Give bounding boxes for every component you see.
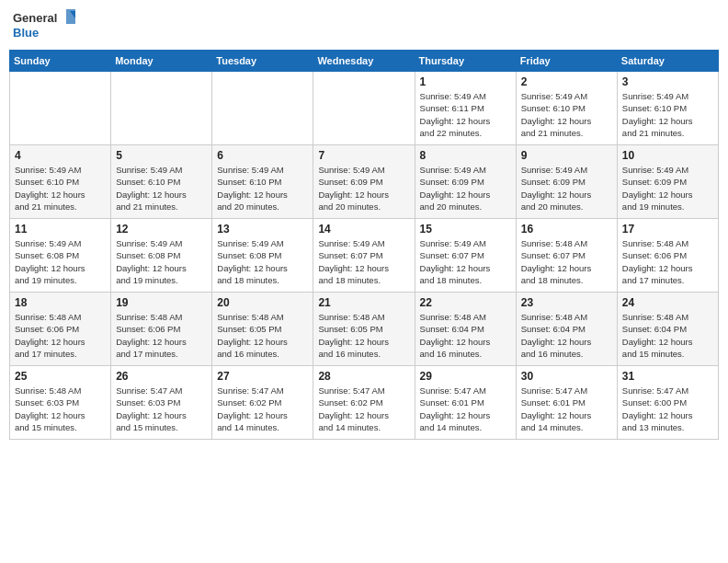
cell-info-text: Sunrise: 5:49 AM Sunset: 6:09 PM Dayligh… xyxy=(622,164,713,213)
header: General Blue xyxy=(9,9,719,42)
cell-info-text: Sunrise: 5:48 AM Sunset: 6:05 PM Dayligh… xyxy=(318,311,409,360)
cell-day-number: 9 xyxy=(521,149,612,162)
cell-info-text: Sunrise: 5:49 AM Sunset: 6:08 PM Dayligh… xyxy=(15,237,106,286)
cell-day-number: 30 xyxy=(521,370,612,383)
cell-day-number: 11 xyxy=(15,223,106,236)
cell-day-number: 10 xyxy=(622,149,713,162)
calendar-cell xyxy=(212,72,313,145)
cell-day-number: 19 xyxy=(116,296,207,309)
cell-day-number: 23 xyxy=(521,296,612,309)
calendar-cell: 13Sunrise: 5:49 AM Sunset: 6:08 PM Dayli… xyxy=(212,219,313,293)
cell-day-number: 4 xyxy=(15,149,106,162)
calendar-cell: 21Sunrise: 5:48 AM Sunset: 6:05 PM Dayli… xyxy=(313,293,415,366)
cell-day-number: 2 xyxy=(521,75,612,88)
calendar-cell: 24Sunrise: 5:48 AM Sunset: 6:04 PM Dayli… xyxy=(617,293,718,366)
calendar-week-row: 25Sunrise: 5:48 AM Sunset: 6:03 PM Dayli… xyxy=(10,366,719,440)
cell-day-number: 3 xyxy=(622,75,713,88)
cell-info-text: Sunrise: 5:48 AM Sunset: 6:06 PM Dayligh… xyxy=(116,311,207,360)
cell-info-text: Sunrise: 5:47 AM Sunset: 6:02 PM Dayligh… xyxy=(217,385,308,433)
svg-text:Blue: Blue xyxy=(13,26,39,40)
cell-day-number: 17 xyxy=(622,223,713,236)
cell-day-number: 12 xyxy=(116,223,207,236)
calendar-cell: 3Sunrise: 5:49 AM Sunset: 6:10 PM Daylig… xyxy=(617,72,718,145)
calendar-cell: 19Sunrise: 5:48 AM Sunset: 6:06 PM Dayli… xyxy=(111,293,212,366)
cell-info-text: Sunrise: 5:49 AM Sunset: 6:07 PM Dayligh… xyxy=(420,237,511,286)
cell-day-number: 16 xyxy=(521,223,612,236)
cell-info-text: Sunrise: 5:47 AM Sunset: 6:03 PM Dayligh… xyxy=(116,385,207,433)
cell-day-number: 31 xyxy=(622,370,713,383)
page: General Blue SundayMondayTuesdayWednesda… xyxy=(0,0,728,563)
weekday-header-cell: Thursday xyxy=(415,51,516,72)
calendar-cell: 6Sunrise: 5:49 AM Sunset: 6:10 PM Daylig… xyxy=(212,145,313,219)
cell-info-text: Sunrise: 5:49 AM Sunset: 6:09 PM Dayligh… xyxy=(420,164,511,213)
cell-day-number: 26 xyxy=(116,370,207,383)
cell-info-text: Sunrise: 5:49 AM Sunset: 6:10 PM Dayligh… xyxy=(15,164,106,213)
weekday-header-cell: Wednesday xyxy=(313,51,415,72)
calendar-week-row: 4Sunrise: 5:49 AM Sunset: 6:10 PM Daylig… xyxy=(10,145,719,219)
cell-info-text: Sunrise: 5:49 AM Sunset: 6:10 PM Dayligh… xyxy=(622,90,713,139)
calendar-cell: 12Sunrise: 5:49 AM Sunset: 6:08 PM Dayli… xyxy=(111,219,212,293)
calendar-cell: 16Sunrise: 5:48 AM Sunset: 6:07 PM Dayli… xyxy=(516,219,617,293)
calendar-cell: 11Sunrise: 5:49 AM Sunset: 6:08 PM Dayli… xyxy=(10,219,111,293)
svg-text:General: General xyxy=(13,11,57,25)
cell-info-text: Sunrise: 5:48 AM Sunset: 6:03 PM Dayligh… xyxy=(15,385,106,433)
cell-info-text: Sunrise: 5:47 AM Sunset: 6:01 PM Dayligh… xyxy=(521,385,612,433)
cell-day-number: 22 xyxy=(420,296,511,309)
calendar-cell: 25Sunrise: 5:48 AM Sunset: 6:03 PM Dayli… xyxy=(10,366,111,440)
calendar-cell: 8Sunrise: 5:49 AM Sunset: 6:09 PM Daylig… xyxy=(415,145,516,219)
weekday-header-cell: Saturday xyxy=(617,51,718,72)
calendar-cell xyxy=(313,72,415,145)
cell-info-text: Sunrise: 5:48 AM Sunset: 6:06 PM Dayligh… xyxy=(622,237,713,286)
calendar-cell: 14Sunrise: 5:49 AM Sunset: 6:07 PM Dayli… xyxy=(313,219,415,293)
calendar-cell: 22Sunrise: 5:48 AM Sunset: 6:04 PM Dayli… xyxy=(415,293,516,366)
calendar-cell: 9Sunrise: 5:49 AM Sunset: 6:09 PM Daylig… xyxy=(516,145,617,219)
cell-day-number: 20 xyxy=(217,296,308,309)
cell-day-number: 21 xyxy=(318,296,409,309)
cell-info-text: Sunrise: 5:48 AM Sunset: 6:04 PM Dayligh… xyxy=(622,311,713,360)
logo-svg: General Blue xyxy=(13,9,77,42)
weekday-header-cell: Tuesday xyxy=(212,51,313,72)
cell-info-text: Sunrise: 5:49 AM Sunset: 6:09 PM Dayligh… xyxy=(318,164,409,213)
weekday-header-cell: Friday xyxy=(516,51,617,72)
calendar-cell: 23Sunrise: 5:48 AM Sunset: 6:04 PM Dayli… xyxy=(516,293,617,366)
calendar-cell: 26Sunrise: 5:47 AM Sunset: 6:03 PM Dayli… xyxy=(111,366,212,440)
cell-info-text: Sunrise: 5:49 AM Sunset: 6:09 PM Dayligh… xyxy=(521,164,612,213)
cell-day-number: 24 xyxy=(622,296,713,309)
cell-day-number: 25 xyxy=(15,370,106,383)
cell-info-text: Sunrise: 5:49 AM Sunset: 6:08 PM Dayligh… xyxy=(116,237,207,286)
calendar-week-row: 11Sunrise: 5:49 AM Sunset: 6:08 PM Dayli… xyxy=(10,219,719,293)
cell-day-number: 27 xyxy=(217,370,308,383)
cell-info-text: Sunrise: 5:49 AM Sunset: 6:07 PM Dayligh… xyxy=(318,237,409,286)
cell-day-number: 5 xyxy=(116,149,207,162)
cell-info-text: Sunrise: 5:49 AM Sunset: 6:11 PM Dayligh… xyxy=(420,90,511,139)
calendar-cell: 17Sunrise: 5:48 AM Sunset: 6:06 PM Dayli… xyxy=(617,219,718,293)
calendar-table: SundayMondayTuesdayWednesdayThursdayFrid… xyxy=(9,50,719,440)
calendar-week-row: 1Sunrise: 5:49 AM Sunset: 6:11 PM Daylig… xyxy=(10,72,719,145)
weekday-header-cell: Monday xyxy=(111,51,212,72)
cell-info-text: Sunrise: 5:48 AM Sunset: 6:06 PM Dayligh… xyxy=(15,311,106,360)
weekday-header-row: SundayMondayTuesdayWednesdayThursdayFrid… xyxy=(10,51,719,72)
logo: General Blue xyxy=(13,9,77,42)
cell-info-text: Sunrise: 5:47 AM Sunset: 6:01 PM Dayligh… xyxy=(420,385,511,433)
calendar-cell: 20Sunrise: 5:48 AM Sunset: 6:05 PM Dayli… xyxy=(212,293,313,366)
calendar-cell: 18Sunrise: 5:48 AM Sunset: 6:06 PM Dayli… xyxy=(10,293,111,366)
calendar-cell: 5Sunrise: 5:49 AM Sunset: 6:10 PM Daylig… xyxy=(111,145,212,219)
calendar-cell: 29Sunrise: 5:47 AM Sunset: 6:01 PM Dayli… xyxy=(415,366,516,440)
calendar-cell: 28Sunrise: 5:47 AM Sunset: 6:02 PM Dayli… xyxy=(313,366,415,440)
cell-info-text: Sunrise: 5:47 AM Sunset: 6:02 PM Dayligh… xyxy=(318,385,409,433)
cell-day-number: 13 xyxy=(217,223,308,236)
cell-day-number: 14 xyxy=(318,223,409,236)
calendar-cell: 7Sunrise: 5:49 AM Sunset: 6:09 PM Daylig… xyxy=(313,145,415,219)
cell-day-number: 18 xyxy=(15,296,106,309)
cell-info-text: Sunrise: 5:49 AM Sunset: 6:08 PM Dayligh… xyxy=(217,237,308,286)
cell-day-number: 29 xyxy=(420,370,511,383)
cell-info-text: Sunrise: 5:47 AM Sunset: 6:00 PM Dayligh… xyxy=(622,385,713,433)
cell-day-number: 7 xyxy=(318,149,409,162)
calendar-cell: 10Sunrise: 5:49 AM Sunset: 6:09 PM Dayli… xyxy=(617,145,718,219)
cell-info-text: Sunrise: 5:49 AM Sunset: 6:10 PM Dayligh… xyxy=(521,90,612,139)
calendar-cell xyxy=(10,72,111,145)
calendar-cell xyxy=(111,72,212,145)
cell-info-text: Sunrise: 5:49 AM Sunset: 6:10 PM Dayligh… xyxy=(217,164,308,213)
calendar-cell: 15Sunrise: 5:49 AM Sunset: 6:07 PM Dayli… xyxy=(415,219,516,293)
cell-info-text: Sunrise: 5:48 AM Sunset: 6:05 PM Dayligh… xyxy=(217,311,308,360)
